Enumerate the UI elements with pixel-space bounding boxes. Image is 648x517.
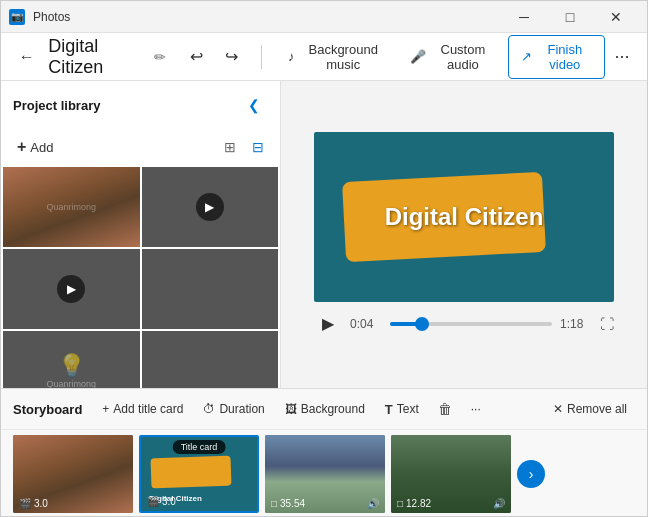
total-time: 1:18	[560, 317, 592, 331]
background-button[interactable]: 🖼 Background	[277, 398, 373, 420]
redo-icon: ↪	[225, 47, 238, 66]
progress-thumb	[415, 317, 429, 331]
finish-video-button[interactable]: ↗ Finish video	[508, 35, 605, 79]
storyboard-item-4[interactable]: □ 12.82 🔊	[391, 435, 511, 513]
grid-view-small-button[interactable]: ⊞	[216, 133, 244, 161]
progress-bar[interactable]	[390, 322, 552, 326]
speaker-icon: 🔊	[367, 498, 379, 509]
storyboard-item-title-card[interactable]: Title card Digital Citizen 🎬 3.0	[139, 435, 259, 513]
maximize-button[interactable]: □	[547, 1, 593, 33]
add-title-card-label: Add title card	[113, 402, 183, 416]
delete-button[interactable]: 🗑	[431, 395, 459, 423]
plus-icon: +	[17, 138, 26, 156]
film-icon: 🎬	[19, 498, 31, 509]
watermark-overlay: Quanrimong	[46, 379, 96, 388]
more-storyboard-button[interactable]: ···	[463, 398, 489, 420]
undo-button[interactable]: ↩	[182, 41, 209, 73]
ellipsis-icon: ···	[471, 402, 481, 416]
list-item[interactable]	[142, 249, 279, 329]
plus-icon: +	[102, 402, 109, 416]
app-icon: 📷	[9, 9, 25, 25]
sb-duration-2: 🎬 3.0	[147, 496, 176, 507]
storyboard-title: Storyboard	[13, 402, 82, 417]
background-music-label: Background music	[300, 42, 386, 72]
minimize-button[interactable]: ─	[501, 1, 547, 33]
custom-audio-label: Custom audio	[432, 42, 494, 72]
export-icon: ↗	[521, 49, 532, 64]
play-button[interactable]: ▶	[314, 310, 342, 338]
background-icon: 🖼	[285, 402, 297, 416]
sb-duration-4: □ 12.82	[397, 498, 431, 509]
playback-controls: ▶ 0:04 1:18 ⛶	[314, 310, 614, 338]
header-actions: ♪ Background music 🎤 Custom audio ↗ Fini…	[278, 35, 635, 79]
sb-title-card-orange-shape	[151, 456, 232, 489]
text-icon: T	[385, 402, 393, 417]
more-options-button[interactable]: ···	[609, 41, 635, 73]
remove-all-label: Remove all	[567, 402, 627, 416]
film-icon-4: □	[397, 498, 403, 509]
sb-duration-value-3: 35.54	[280, 498, 305, 509]
redo-button[interactable]: ↪	[218, 41, 245, 73]
list-item[interactable]: 💡 Quanrimong	[3, 331, 140, 388]
preview-title-text: Digital Citizen	[385, 203, 544, 231]
add-label: Add	[30, 140, 53, 155]
lightbulb-icon: 💡	[58, 353, 85, 378]
panel-header: Project library ❮	[1, 81, 280, 129]
storyboard-next-button[interactable]: ›	[517, 460, 545, 488]
app-header: ← Digital Citizen ✏ ↩ ↪ ♪ Background mus…	[1, 33, 647, 81]
microphone-icon: 🎤	[410, 49, 426, 64]
title-bar: 📷 Photos ─ □ ✕	[1, 1, 647, 33]
undo-icon: ↩	[190, 47, 203, 66]
storyboard-item-1[interactable]: 🎬 3.0	[13, 435, 133, 513]
sb-duration-1: 🎬 3.0	[19, 498, 48, 509]
clock-icon: ⏱	[203, 402, 215, 416]
duration-label: Duration	[219, 402, 264, 416]
film-icon-3: □	[271, 498, 277, 509]
list-item[interactable]	[142, 331, 279, 388]
fullscreen-button[interactable]: ⛶	[600, 316, 614, 332]
background-label: Background	[301, 402, 365, 416]
sb-duration-value-1: 3.0	[34, 498, 48, 509]
title-card-label: Title card	[173, 440, 226, 454]
media-grid: Quanrimong ▶ ▶ 💡 Quanrimong	[1, 165, 280, 388]
edit-title-button[interactable]: ✏	[154, 49, 166, 65]
close-button[interactable]: ✕	[593, 1, 639, 33]
list-item[interactable]: ▶	[3, 249, 140, 329]
ellipsis-icon: ···	[614, 46, 629, 67]
remove-all-button[interactable]: ✕ Remove all	[545, 398, 635, 420]
close-icon: ✕	[553, 402, 563, 416]
sb-audio-4: 🔊	[493, 498, 505, 509]
sb-duration-value-2: 3.0	[162, 496, 176, 507]
list-item[interactable]: Quanrimong	[3, 167, 140, 247]
sb-duration-value-4: 12.82	[406, 498, 431, 509]
play-icon: ▶	[322, 314, 334, 333]
collapse-panel-button[interactable]: ❮	[240, 91, 268, 119]
text-button[interactable]: T Text	[377, 398, 427, 421]
current-time: 0:04	[350, 317, 382, 331]
background-music-button[interactable]: ♪ Background music	[278, 36, 396, 78]
grid-small-icon: ⊞	[224, 139, 236, 155]
header-separator	[261, 45, 262, 69]
text-label: Text	[397, 402, 419, 416]
title-bar-left: 📷 Photos	[9, 9, 70, 25]
trash-icon: 🗑	[438, 401, 452, 417]
grid-view-large-button[interactable]: ⊟	[244, 133, 272, 161]
custom-audio-button[interactable]: 🎤 Custom audio	[400, 36, 504, 78]
project-library-panel: Project library ❮ + Add ⊞ ⊟	[1, 81, 281, 388]
sb-audio-3: 🔊	[367, 498, 379, 509]
storyboard-item-3[interactable]: □ 35.54 🔊	[265, 435, 385, 513]
app-title: Photos	[33, 10, 70, 24]
add-title-card-button[interactable]: + Add title card	[94, 398, 191, 420]
title-bar-controls: ─ □ ✕	[501, 1, 639, 33]
add-media-button[interactable]: + Add	[9, 134, 212, 160]
storyboard-section: Storyboard + Add title card ⏱ Duration 🖼…	[1, 388, 647, 517]
list-item[interactable]: ▶	[142, 167, 279, 247]
finish-video-label: Finish video	[538, 42, 592, 72]
main-area: Project library ❮ + Add ⊞ ⊟	[1, 81, 647, 388]
speaker-icon-2: 🔊	[493, 498, 505, 509]
project-title: Digital Citizen	[48, 36, 142, 78]
back-button[interactable]: ←	[13, 41, 40, 73]
play-overlay-icon: ▶	[196, 193, 224, 221]
pencil-icon: ✏	[154, 49, 166, 65]
duration-button[interactable]: ⏱ Duration	[195, 398, 272, 420]
